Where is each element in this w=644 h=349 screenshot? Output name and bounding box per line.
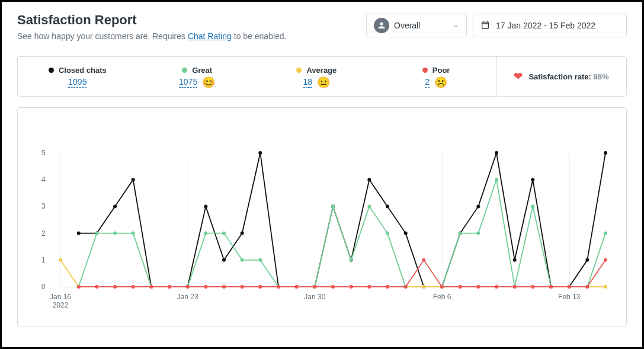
series-line: [60, 260, 605, 287]
series-point: [568, 285, 571, 289]
series-point: [440, 285, 444, 289]
stat-poor-label: Poor: [432, 66, 450, 75]
dot-great: [182, 68, 187, 73]
series-point: [404, 232, 408, 235]
series-point: [531, 285, 534, 289]
series-point: [531, 204, 534, 208]
series-point: [186, 285, 190, 289]
series-point: [604, 285, 607, 289]
chat-rating-link[interactable]: Chat Rating: [188, 31, 232, 41]
series-point: [495, 178, 498, 181]
page-title: Satisfaction Report: [17, 12, 287, 28]
series-point: [168, 285, 171, 289]
series-point: [241, 232, 244, 235]
subtitle-suffix: to be enabled.: [232, 31, 287, 41]
stat-closed: Closed chats 1095: [18, 57, 137, 96]
chart-card: 012345Jan 16 2022Jan 23Jan 30Feb 6Feb 13: [17, 107, 627, 326]
series-point: [422, 285, 425, 289]
series-point: [513, 258, 517, 262]
series-point: [585, 285, 589, 289]
series-point: [222, 258, 226, 262]
subtitle-prefix: See how happy your customers are. Requir…: [17, 31, 188, 41]
series-point: [459, 285, 462, 289]
satisfaction-label: Satisfaction rate:: [528, 72, 591, 81]
series-point: [222, 285, 226, 289]
series-point: [476, 204, 480, 208]
series-point: [77, 285, 81, 289]
stat-average-label: Average: [306, 66, 337, 75]
series-point: [495, 151, 498, 155]
series-point: [204, 285, 207, 289]
date-range-picker[interactable]: 17 Jan 2022 - 15 Feb 2022: [473, 14, 627, 37]
series-line: [79, 180, 605, 287]
series-line: [79, 153, 605, 287]
series-point: [386, 232, 389, 235]
series-point: [585, 258, 589, 262]
series-point: [604, 232, 607, 235]
series-point: [241, 258, 244, 262]
dot-poor: [422, 68, 428, 73]
series-point: [367, 285, 371, 289]
series-point: [277, 285, 280, 289]
series-point: [350, 285, 353, 289]
series-point: [331, 204, 335, 208]
stat-closed-value[interactable]: 1095: [68, 77, 86, 88]
dot-closed: [49, 68, 54, 73]
stat-average-value[interactable]: 18: [303, 77, 313, 88]
stat-great: Great 1075 😊: [137, 57, 257, 96]
series-point: [404, 285, 408, 289]
series-point: [476, 232, 480, 235]
chart-area: 012345Jan 16 2022Jan 23Jan 30Feb 6Feb 13: [31, 117, 613, 321]
scope-select[interactable]: Overall: [366, 14, 467, 37]
stat-poor-value[interactable]: 2: [425, 77, 430, 88]
series-point: [549, 285, 553, 289]
series-point: [422, 258, 425, 262]
series-point: [531, 178, 534, 181]
series-point: [476, 285, 480, 289]
series-point: [604, 258, 607, 262]
series-point: [59, 258, 62, 262]
series-point: [258, 285, 262, 289]
series-point: [386, 204, 389, 208]
emoji-poor: ☹️: [434, 77, 447, 88]
stat-poor: Poor 2 ☹️: [376, 57, 496, 96]
series-point: [386, 285, 389, 289]
series-point: [132, 178, 135, 181]
series-point: [149, 285, 153, 289]
series-point: [241, 285, 244, 289]
series-point: [604, 151, 607, 155]
series-point: [331, 285, 335, 289]
series-point: [513, 285, 517, 289]
stat-great-value[interactable]: 1075: [179, 77, 197, 88]
series-line: [79, 260, 605, 287]
calendar-icon: [480, 20, 490, 31]
series-point: [113, 204, 117, 208]
series-point: [258, 151, 262, 155]
scope-label: Overall: [394, 21, 420, 30]
dot-average: [296, 68, 302, 73]
emoji-great: 😊: [202, 77, 215, 88]
series-point: [204, 232, 207, 235]
series-point: [495, 285, 498, 289]
series-point: [132, 232, 135, 235]
heart-icon: ❤: [514, 70, 523, 83]
series-point: [295, 285, 299, 289]
date-range-label: 17 Jan 2022 - 15 Feb 2022: [496, 21, 595, 30]
series-point: [459, 232, 462, 235]
chevron-down-icon: [452, 22, 459, 29]
series-point: [113, 232, 117, 235]
series-point: [367, 204, 371, 208]
series-point: [77, 232, 81, 235]
stats-bar: Closed chats 1095 Great 1075 😊 Average 1…: [17, 56, 627, 97]
series-point: [222, 232, 226, 235]
series-point: [95, 232, 98, 235]
stat-closed-label: Closed chats: [59, 66, 107, 75]
stat-great-label: Great: [192, 66, 212, 75]
series-point: [132, 285, 135, 289]
chart-svg: [31, 117, 617, 322]
series-point: [313, 285, 316, 289]
series-point: [258, 258, 262, 262]
series-point: [113, 285, 117, 289]
stat-average: Average 18 😐: [257, 57, 377, 96]
page-subtitle: See how happy your customers are. Requir…: [17, 31, 287, 41]
